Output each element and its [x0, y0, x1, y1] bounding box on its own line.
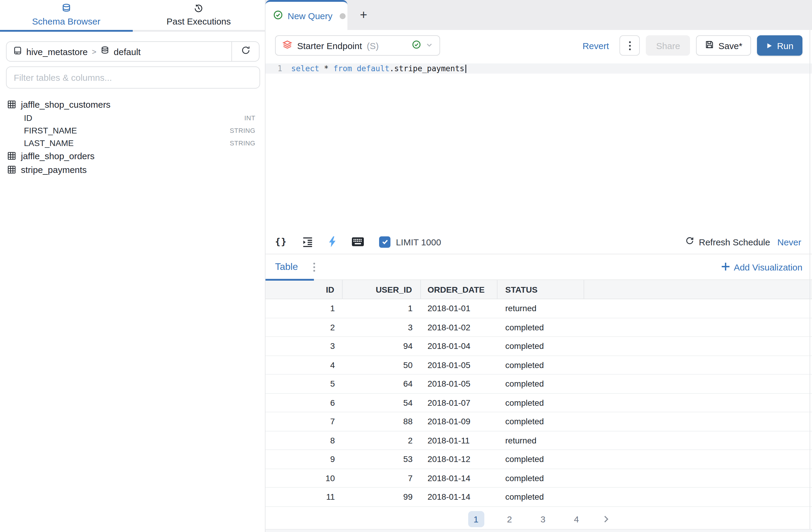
run-button[interactable]: Run — [757, 35, 802, 56]
limit-checkbox[interactable] — [379, 236, 390, 248]
column-item[interactable]: FIRST_NAMESTRING — [7, 124, 255, 137]
query-tabbar: New Query + — [265, 0, 812, 30]
page-button[interactable]: 2 — [502, 511, 518, 527]
column-type: STRING — [230, 139, 255, 146]
results-table-body: 112018-01-01returned232018-01-02complete… — [265, 299, 812, 507]
tab-schema-browser[interactable]: Schema Browser — [0, 0, 132, 32]
column-name: LAST_NAME — [24, 138, 74, 148]
new-tab-button[interactable]: + — [347, 0, 380, 30]
cell-filler — [584, 393, 812, 412]
cell-filler — [584, 356, 812, 374]
save-button[interactable]: Save* — [696, 35, 751, 56]
toolbar-actions: Revert Share Save* — [582, 35, 802, 56]
database-icon — [62, 4, 71, 13]
lightning-icon[interactable] — [328, 236, 337, 247]
format-query-icon[interactable]: {} — [275, 236, 287, 247]
indent-icon[interactable] — [302, 236, 313, 248]
unsaved-indicator-dot — [339, 13, 346, 19]
cell: 2 — [343, 431, 421, 449]
refresh-icon — [241, 45, 250, 57]
cell: 2018-01-11 — [421, 431, 497, 449]
table-row[interactable]: 112018-01-01returned — [265, 299, 812, 318]
query-tab-label: New Query — [288, 11, 332, 21]
chevron-down-icon — [426, 40, 433, 51]
revert-button[interactable]: Revert — [582, 40, 609, 51]
cell-filler — [584, 299, 812, 318]
table-grid-icon — [7, 100, 16, 109]
table-item[interactable]: stripe_payments — [7, 163, 255, 177]
breadcrumb-catalog[interactable]: hive_metastore — [26, 46, 88, 57]
sql-token: .stripe_payments — [390, 64, 464, 73]
share-button-label: Share — [656, 40, 680, 51]
page-button[interactable]: 1 — [468, 511, 484, 527]
cell: 2018-01-05 — [421, 375, 497, 393]
column-header[interactable]: STATUS — [497, 280, 584, 299]
refresh-schedule-value[interactable]: Never — [777, 237, 801, 247]
table-row[interactable]: 822018-01-11returned — [265, 431, 812, 450]
editor-toolbar: {} — [265, 230, 812, 254]
endpoint-selector[interactable]: Starter Endpoint (S) — [275, 35, 440, 56]
breadcrumb[interactable]: hive_metastore > default — [6, 42, 231, 61]
cell: 7 — [343, 469, 421, 487]
column-header[interactable]: USER_ID — [343, 280, 421, 299]
horizontal-scrollbar-track[interactable] — [265, 529, 812, 532]
cell-filler — [584, 337, 812, 355]
add-visualization-label: Add Visualization — [734, 262, 802, 272]
table-row[interactable]: 3942018-01-04completed — [265, 337, 812, 356]
main-panel: New Query + Starter Endpoint (S) — [265, 0, 812, 532]
filter-input[interactable] — [6, 67, 260, 88]
tab-past-executions[interactable]: Past Executions — [132, 0, 265, 32]
cell: completed — [497, 375, 584, 393]
column-header[interactable]: ORDER_DATE — [421, 280, 497, 299]
column-header-filler — [584, 280, 812, 299]
table-row[interactable]: 7882018-01-09completed — [265, 412, 812, 431]
table-row[interactable]: 4502018-01-05completed — [265, 356, 812, 375]
active-tab-underline — [265, 279, 314, 281]
sql-token: from — [333, 64, 352, 73]
table-tab-menu-icon[interactable] — [314, 262, 315, 271]
cell: completed — [497, 356, 584, 374]
cell: 99 — [343, 488, 421, 506]
next-page-button[interactable] — [602, 515, 610, 523]
chevron-right-icon — [602, 515, 610, 523]
table-row[interactable]: 6542018-01-07completed — [265, 393, 812, 412]
table-row[interactable]: 9532018-01-12completed — [265, 450, 812, 469]
table-row[interactable]: 1072018-01-14completed — [265, 469, 812, 488]
add-visualization-button[interactable]: Add Visualization — [722, 262, 802, 272]
sql-editor[interactable]: 1 select * from default.stripe_payments — [265, 64, 812, 230]
schema-picker[interactable]: hive_metastore > default — [6, 41, 260, 62]
column-item[interactable]: IDINT — [7, 111, 255, 124]
table-row[interactable]: 232018-01-02completed — [265, 318, 812, 337]
tab-table-visualization[interactable]: Table — [275, 262, 298, 272]
table-row[interactable]: 11992018-01-14completed — [265, 488, 812, 507]
refresh-schema-button[interactable] — [231, 42, 259, 61]
cell: 2018-01-14 — [421, 469, 497, 487]
sql-code[interactable]: select * from default.stripe_payments — [291, 64, 466, 73]
cell: 6 — [265, 393, 343, 412]
check-circle-icon — [273, 10, 283, 22]
page-button[interactable]: 4 — [568, 511, 584, 527]
cell-filler — [584, 450, 812, 468]
table-row[interactable]: 5642018-01-05completed — [265, 375, 812, 393]
tab-new-query[interactable]: New Query — [265, 0, 347, 30]
page-button[interactable]: 3 — [535, 511, 551, 527]
scrollbar-track[interactable] — [810, 30, 810, 532]
cell: completed — [497, 337, 584, 355]
table-item[interactable]: jaffle_shop_orders — [7, 149, 255, 163]
column-header[interactable]: ID — [265, 280, 343, 299]
keyboard-icon[interactable] — [352, 237, 364, 247]
more-options-button[interactable] — [620, 35, 640, 56]
cell: 2018-01-02 — [421, 318, 497, 336]
cell: 88 — [343, 412, 421, 431]
share-button[interactable]: Share — [646, 35, 690, 56]
table-item[interactable]: jaffle_shop_customers — [7, 98, 255, 111]
cell: 50 — [343, 356, 421, 374]
sql-token — [352, 64, 357, 73]
column-type: STRING — [230, 127, 255, 134]
column-item[interactable]: LAST_NAMESTRING — [7, 137, 255, 149]
cell: 53 — [343, 450, 421, 468]
editor-active-line[interactable]: 1 select * from default.stripe_payments — [265, 64, 812, 74]
breadcrumb-schema[interactable]: default — [114, 46, 141, 57]
sql-token: * — [324, 64, 329, 73]
limit-toggle[interactable]: LIMIT 1000 — [379, 236, 441, 248]
